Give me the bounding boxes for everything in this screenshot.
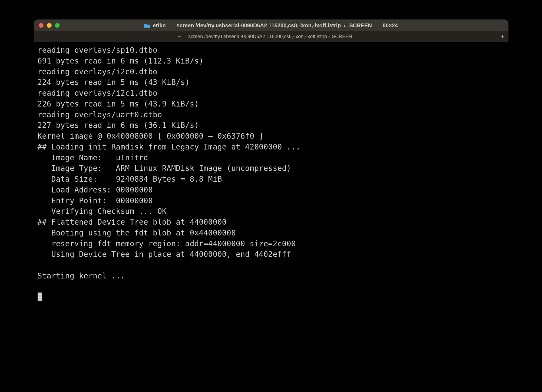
title-proc: SCREEN <box>349 22 372 29</box>
tab-app: screen /dev/tty.usbserial-0090D6A2 11520… <box>188 34 327 39</box>
title-app: screen /dev/tty.usbserial-0090D6A2 11520… <box>177 22 341 29</box>
tab-active[interactable]: ~ — screen /dev/tty.usbserial-0090D6A2 1… <box>34 31 497 42</box>
new-tab-button[interactable]: + <box>497 31 508 42</box>
chevron-right-icon: ▸ <box>327 35 332 39</box>
plus-icon: + <box>501 33 504 41</box>
tab-bar: ~ — screen /dev/tty.usbserial-0090D6A2 1… <box>34 31 508 42</box>
window-titlebar[interactable]: erikn — screen /dev/tty.usbserial-0090D6… <box>34 19 508 31</box>
minimize-icon[interactable] <box>47 23 52 28</box>
terminal-window: erikn — screen /dev/tty.usbserial-0090D6… <box>34 19 508 377</box>
terminal-output[interactable]: reading overlays/spi0.dtbo 691 bytes rea… <box>34 42 508 377</box>
zoom-icon[interactable] <box>55 23 60 28</box>
tab-sep: — <box>181 34 188 39</box>
title-user: erikn <box>153 22 166 29</box>
tab-cwd: ~ <box>178 34 181 39</box>
chevron-right-icon: ▸ <box>343 23 346 28</box>
traffic-lights <box>39 23 60 28</box>
title-dims: 80×24 <box>383 22 398 29</box>
cursor <box>38 293 42 301</box>
folder-icon <box>144 23 150 28</box>
title-sep-dash: — <box>168 22 174 29</box>
close-icon[interactable] <box>39 23 44 28</box>
tab-proc: SCREEN <box>332 34 352 39</box>
title-sep-dash2: — <box>375 22 380 29</box>
window-title: erikn — screen /dev/tty.usbserial-0090D6… <box>144 22 398 29</box>
